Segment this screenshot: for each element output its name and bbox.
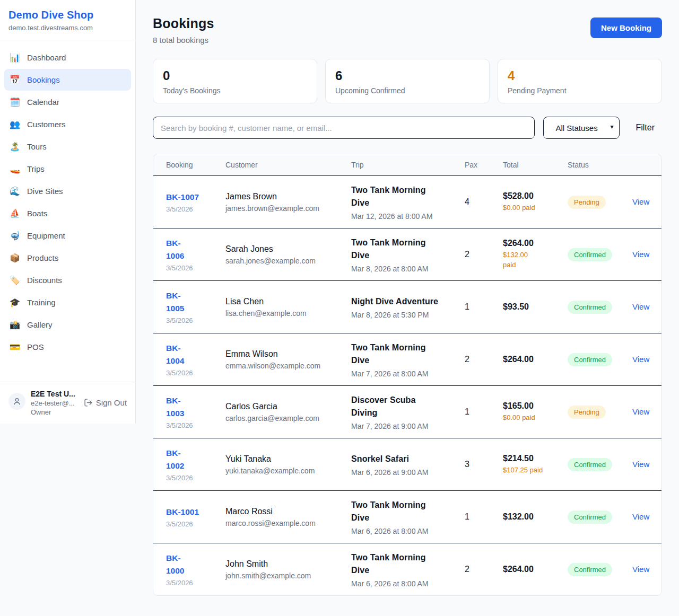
column-header-status: Status bbox=[568, 161, 632, 169]
customer-email: marco.rossi@example.com bbox=[225, 519, 351, 527]
paid-amount: $0.00 paid bbox=[503, 413, 568, 423]
sidebar-item-dashboard[interactable]: 📊 Dashboard bbox=[4, 47, 131, 68]
column-header-total: Total bbox=[503, 161, 568, 169]
view-link[interactable]: View bbox=[632, 302, 649, 311]
column-header-pax: Pax bbox=[465, 161, 503, 169]
sidebar-item-tours[interactable]: 🏝️ Tours bbox=[4, 136, 131, 157]
booking-id-link[interactable]: BK- 1006 bbox=[166, 239, 184, 260]
graduation-cap-icon: 🎓 bbox=[10, 297, 20, 307]
pax-count: 2 bbox=[465, 250, 503, 259]
table-header-row: BookingCustomerTripPaxTotalStatus bbox=[153, 154, 661, 175]
sidebar-item-customers[interactable]: 👥 Customers bbox=[4, 113, 131, 135]
sidebar-item-gallery[interactable]: 📸 Gallery bbox=[4, 314, 131, 336]
sidebar-item-discounts[interactable]: 🏷️ Discounts bbox=[4, 269, 131, 291]
status-badge: Pending bbox=[568, 196, 606, 209]
stat-label: Today's Bookings bbox=[163, 86, 307, 95]
trip-datetime: Mar 6, 2026 at 8:00 AM bbox=[351, 579, 465, 588]
page-title-block: Bookings 8 total bookings bbox=[153, 16, 214, 45]
customer-name: Carlos Garcia bbox=[225, 402, 351, 411]
view-link[interactable]: View bbox=[632, 512, 649, 521]
shop-name: Demo Dive Shop bbox=[8, 9, 127, 21]
table-row: BK-1001 3/5/2026 Marco Rossi marco.rossi… bbox=[153, 490, 661, 543]
status-badge: Confirmed bbox=[568, 563, 612, 576]
sidebar-item-bookings[interactable]: 📅 Bookings bbox=[4, 69, 131, 91]
island-icon: 🏝️ bbox=[10, 142, 20, 152]
logout-icon bbox=[84, 398, 93, 407]
wave-icon: 🌊 bbox=[10, 186, 20, 196]
status-filter-select[interactable]: All Statuses bbox=[543, 117, 620, 139]
sidebar-item-products[interactable]: 📦 Products bbox=[4, 247, 131, 269]
sidebar-item-label: Calendar bbox=[27, 98, 59, 107]
sidebar-item-label: Boats bbox=[27, 209, 47, 218]
stat-card: 0 Today's Bookings bbox=[153, 59, 317, 103]
trip-name: Two Tank Morning Dive bbox=[351, 341, 465, 367]
total-amount: $264.00 bbox=[503, 239, 568, 248]
column-header-customer: Customer bbox=[225, 161, 351, 169]
status-badge: Confirmed bbox=[568, 511, 612, 524]
total-amount: $264.00 bbox=[503, 565, 568, 574]
view-link[interactable]: View bbox=[632, 565, 649, 574]
booking-id-link[interactable]: BK- 1004 bbox=[166, 344, 184, 365]
view-link[interactable]: View bbox=[632, 407, 649, 416]
search-input[interactable] bbox=[153, 117, 535, 139]
sidebar-item-equipment[interactable]: 🤿 Equipment bbox=[4, 225, 131, 247]
sidebar-item-pos[interactable]: 💳 POS bbox=[4, 336, 131, 358]
search-toolbar: All Statuses ▾ Filter bbox=[153, 117, 662, 139]
view-link[interactable]: View bbox=[632, 250, 649, 259]
customer-email: yuki.tanaka@example.com bbox=[225, 467, 351, 475]
calendar-page-icon: 📅 bbox=[10, 75, 20, 85]
trip-name: Two Tank Morning Dive bbox=[351, 499, 465, 524]
customer-name: Yuki Tanaka bbox=[225, 454, 351, 464]
sidebar-item-label: POS bbox=[27, 342, 44, 351]
table-row: BK- 1005 3/5/2026 Lisa Chen lisa.chen@ex… bbox=[153, 280, 661, 333]
stat-value: 0 bbox=[163, 68, 307, 83]
table-row: BK- 1002 3/5/2026 Yuki Tanaka yuki.tanak… bbox=[153, 438, 661, 490]
table-row: BK-1007 3/5/2026 James Brown james.brown… bbox=[153, 175, 661, 228]
customer-email: james.brown@example.com bbox=[225, 204, 351, 213]
total-amount: $165.00 bbox=[503, 401, 568, 411]
stat-value: 6 bbox=[335, 68, 480, 83]
table-row: BK- 1000 3/5/2026 John Smith john.smith@… bbox=[153, 543, 661, 595]
bar-chart-icon: 📊 bbox=[10, 52, 20, 63]
customer-email: carlos.garcia@example.com bbox=[225, 414, 351, 423]
stat-value: 4 bbox=[508, 68, 652, 83]
sidebar-item-dive-sites[interactable]: 🌊 Dive Sites bbox=[4, 180, 131, 202]
pax-count: 1 bbox=[465, 302, 503, 312]
pax-count: 4 bbox=[465, 197, 503, 207]
status-badge: Confirmed bbox=[568, 301, 612, 314]
booking-id-link[interactable]: BK-1001 bbox=[166, 507, 199, 516]
sidebar-user-footer: E2E Test U... e2e-tester@... Owner Sign … bbox=[0, 382, 135, 424]
sidebar-item-label: Training bbox=[27, 298, 56, 307]
sidebar-item-calendar[interactable]: 🗓️ Calendar bbox=[4, 91, 131, 113]
trip-name: Two Tank Morning Dive bbox=[351, 236, 465, 262]
view-link[interactable]: View bbox=[632, 355, 649, 364]
booking-id-link[interactable]: BK-1007 bbox=[166, 192, 199, 201]
paid-amount: $107.25 paid bbox=[503, 465, 568, 476]
customer-name: Sarah Jones bbox=[225, 244, 351, 254]
new-booking-button[interactable]: New Booking bbox=[590, 17, 662, 38]
trip-name: Discover Scuba Diving bbox=[351, 394, 465, 419]
total-amount: $264.00 bbox=[503, 355, 568, 364]
status-badge: Pending bbox=[568, 406, 606, 419]
shop-domain: demo.test.divestreams.com bbox=[8, 24, 127, 32]
status-filter-wrap: All Statuses ▾ bbox=[543, 117, 620, 139]
booking-id-link[interactable]: BK- 1002 bbox=[166, 448, 184, 470]
package-icon: 📦 bbox=[10, 253, 20, 263]
credit-card-icon: 💳 bbox=[10, 342, 20, 352]
view-link[interactable]: View bbox=[632, 197, 649, 206]
booking-id-link[interactable]: BK- 1003 bbox=[166, 396, 184, 418]
booking-id-link[interactable]: BK- 1000 bbox=[166, 553, 184, 575]
brand-block: Demo Dive Shop demo.test.divestreams.com bbox=[0, 0, 135, 40]
sidebar-item-trips[interactable]: 🚤 Trips bbox=[4, 158, 131, 180]
customer-name: Lisa Chen bbox=[225, 297, 351, 306]
view-link[interactable]: View bbox=[632, 460, 649, 469]
sign-out-button[interactable]: Sign Out bbox=[84, 398, 127, 407]
filter-button[interactable]: Filter bbox=[628, 123, 662, 133]
sidebar-item-label: Equipment bbox=[27, 231, 65, 240]
status-badge: Confirmed bbox=[568, 353, 612, 366]
sidebar-item-boats[interactable]: ⛵ Boats bbox=[4, 203, 131, 224]
booking-id-link[interactable]: BK- 1005 bbox=[166, 291, 184, 313]
paid-amount: $132.00 paid bbox=[503, 250, 568, 270]
sidebar-item-training[interactable]: 🎓 Training bbox=[4, 292, 131, 313]
main-content: Bookings 8 total bookings New Booking 0 … bbox=[136, 0, 679, 596]
